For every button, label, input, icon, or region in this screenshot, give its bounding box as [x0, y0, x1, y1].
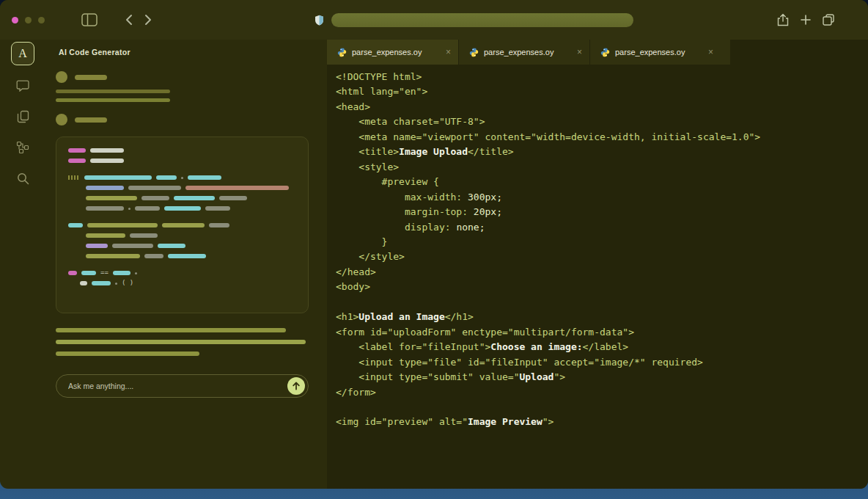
sidebar-toggle-icon[interactable]: [81, 13, 98, 26]
skeleton-glyph: ( ): [122, 280, 133, 285]
workflow-icon[interactable]: [14, 139, 32, 156]
address-bar-group: [315, 13, 633, 27]
close-window-button[interactable]: [12, 17, 18, 23]
code-line: #preview {: [336, 175, 868, 189]
search-icon[interactable]: [14, 170, 32, 187]
browser-window: A AI Code Generator: [0, 0, 868, 489]
skeleton-name: [75, 75, 107, 80]
python-file-icon: [600, 48, 610, 57]
code-preview-card: == ( ): [56, 136, 309, 313]
url-bar[interactable]: [331, 13, 633, 27]
code-line: <html lang="en">: [336, 84, 868, 99]
code-line: </form>: [336, 385, 868, 400]
editor-tab[interactable]: parse_expenses.oy ×: [458, 40, 589, 65]
files-icon[interactable]: [14, 108, 32, 125]
code-line: <title>Image Upload</title>: [336, 145, 868, 159]
python-file-icon: [337, 48, 347, 57]
browser-chrome: [0, 0, 868, 40]
avatar: [56, 114, 67, 125]
chrome-actions: [777, 13, 868, 26]
editor-tab[interactable]: parse_expenses.oy ×: [327, 40, 458, 65]
code-line: </style>: [336, 249, 868, 264]
code-line: display: none;: [336, 220, 868, 235]
skeleton-line: [56, 352, 199, 356]
code-line: [336, 295, 868, 310]
message-avatar-row: [56, 71, 309, 83]
code-line: }: [336, 235, 868, 249]
tab-close-icon[interactable]: ×: [708, 48, 713, 57]
editor-tab[interactable]: parse_expenses.oy ×: [589, 40, 721, 65]
code-line: </head>: [336, 265, 868, 280]
chat-body: == ( ): [45, 65, 327, 398]
skeleton-name: [75, 117, 107, 123]
skeleton-line: [56, 340, 306, 344]
code-line: <img id="preview" alt="Image Preview">: [336, 415, 868, 429]
code-line: <label for="fileInput">Choose an image:<…: [336, 340, 868, 354]
navigation-controls: [125, 14, 152, 26]
avatar: [56, 71, 67, 83]
app-logo[interactable]: A: [11, 42, 34, 65]
app-rail: A: [0, 40, 45, 489]
main-content: A AI Code Generator: [0, 40, 868, 489]
code-line: <!DOCTYPE html>: [336, 70, 868, 84]
tab-label: parse_expenses.oy: [615, 48, 703, 57]
editor-tabstrip: parse_expenses.oy × parse_expenses.oy × …: [327, 40, 868, 65]
code-line: <input type="file" id="fileInput" accept…: [336, 355, 868, 370]
minimize-window-button[interactable]: [25, 17, 32, 23]
share-icon[interactable]: [777, 13, 789, 26]
message-avatar-row: [56, 114, 309, 125]
tab-label: parse_expenses.oy: [352, 48, 441, 57]
code-line: <meta charset="UTF-8">: [336, 114, 868, 129]
code-line: <input type="submit" value="Upload">: [336, 370, 868, 385]
desktop-background: A AI Code Generator: [0, 0, 868, 499]
python-file-icon: [469, 48, 479, 57]
window-controls: [12, 17, 45, 23]
skeleton-line: [56, 98, 170, 102]
tab-close-icon[interactable]: ×: [577, 48, 582, 57]
code-line: <head>: [336, 100, 868, 114]
code-line: margin-top: 20px;: [336, 205, 868, 219]
chat-panel: AI Code Generator: [45, 40, 327, 489]
code-line: <body>: [336, 280, 868, 294]
tab-overview-icon[interactable]: [823, 14, 834, 26]
tab-close-icon[interactable]: ×: [446, 48, 451, 57]
panel-title: AI Code Generator: [59, 48, 130, 57]
tab-label: parse_expenses.oy: [484, 48, 572, 57]
prompt-input[interactable]: [67, 381, 282, 391]
editor-tabs: parse_expenses.oy × parse_expenses.oy × …: [327, 40, 730, 65]
skeleton-glyph: ==: [100, 270, 108, 274]
forward-icon[interactable]: [144, 14, 152, 26]
send-button[interactable]: [287, 377, 305, 395]
code-area[interactable]: <!DOCTYPE html><html lang="en"><head> <m…: [327, 65, 868, 430]
new-tab-icon[interactable]: [801, 15, 811, 25]
code-line: <meta name="viewport" content="width=dev…: [336, 130, 868, 145]
chat-icon[interactable]: [14, 77, 32, 95]
prompt-input-row: [56, 374, 309, 398]
skeleton-line: [56, 90, 170, 93]
code-line: max-width: 300px;: [336, 190, 868, 205]
app-logo-glyph: A: [18, 47, 27, 60]
code-line: <form id="uploadForm" enctype="multipart…: [336, 325, 868, 340]
skeleton-line: [56, 328, 286, 332]
code-line: [336, 400, 868, 415]
zoom-window-button[interactable]: [38, 17, 45, 23]
editor-panel: parse_expenses.oy × parse_expenses.oy × …: [327, 40, 868, 489]
chat-header: AI Code Generator: [45, 40, 327, 65]
code-line: <style>: [336, 160, 868, 175]
back-icon[interactable]: [125, 14, 133, 26]
code-line: <h1>Upload an Image</h1>: [336, 310, 868, 324]
privacy-shield-icon[interactable]: [315, 15, 324, 26]
prompt-input-pill: [56, 374, 309, 398]
